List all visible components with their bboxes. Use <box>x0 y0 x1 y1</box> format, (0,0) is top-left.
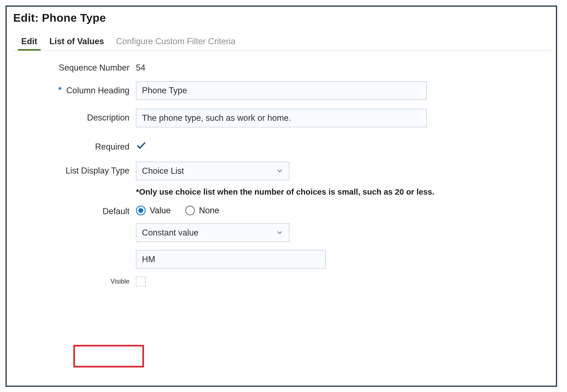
annotation-highlight <box>73 345 144 367</box>
list-display-type-value: Choice List <box>142 166 184 176</box>
sequence-number-label: Sequence Number <box>59 63 129 72</box>
default-radio-none-label: None <box>199 206 219 215</box>
default-radio-value[interactable]: Value <box>136 206 171 215</box>
edit-panel: Edit: Phone Type Edit List of Values Con… <box>5 5 557 387</box>
edit-form: Sequence Number 54 * Column Heading Desc… <box>12 51 550 273</box>
tab-edit[interactable]: Edit <box>20 33 38 50</box>
tabs: Edit List of Values Configure Custom Fil… <box>12 33 550 51</box>
default-radio-value-label: Value <box>150 206 171 215</box>
radio-dot-icon <box>185 206 195 215</box>
required-label: Required <box>95 142 129 151</box>
default-radio-none[interactable]: None <box>185 206 219 215</box>
column-heading-label: * Column Heading <box>58 86 129 96</box>
description-input[interactable] <box>136 109 427 127</box>
column-heading-input[interactable] <box>136 81 427 100</box>
chevron-down-icon <box>276 167 283 174</box>
radio-dot-icon <box>136 206 146 215</box>
page-title: Edit: Phone Type <box>13 12 550 24</box>
tab-list-of-values[interactable]: List of Values <box>49 33 105 50</box>
required-check-icon <box>136 140 146 151</box>
default-radio-group: Value None <box>136 206 219 215</box>
list-display-type-note: *Only use choice list when the number of… <box>136 187 435 197</box>
default-label: Default <box>102 206 129 216</box>
sequence-number-value: 54 <box>136 63 538 72</box>
visible-label: Visible <box>110 278 129 285</box>
chevron-down-icon <box>276 229 283 236</box>
default-mode-select[interactable]: Constant value <box>136 223 290 242</box>
default-constant-value-input[interactable] <box>136 250 326 269</box>
description-label: Description <box>87 109 129 122</box>
list-display-type-label: List Display Type <box>66 162 130 175</box>
list-display-type-select[interactable]: Choice List <box>136 162 290 180</box>
required-asterisk-icon: * <box>58 85 62 94</box>
column-heading-label-text: Column Heading <box>66 86 129 95</box>
default-mode-value: Constant value <box>142 228 199 237</box>
visible-checkbox[interactable] <box>136 277 146 286</box>
tab-configure-custom-filter-criteria: Configure Custom Filter Criteria <box>115 33 236 50</box>
